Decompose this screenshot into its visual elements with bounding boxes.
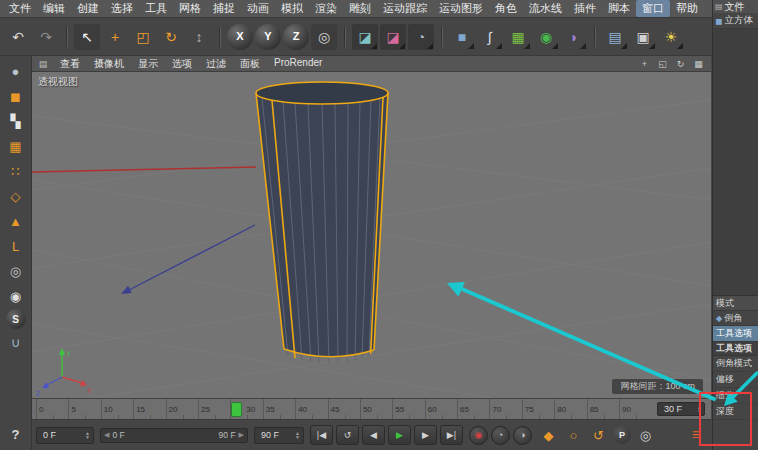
- goto-start-button[interactable]: |◀: [310, 425, 333, 445]
- y-axis-lock-button[interactable]: Y: [255, 24, 281, 50]
- menubar-item[interactable]: 渲染: [309, 0, 343, 17]
- am-param-row[interactable]: 深度: [713, 404, 758, 420]
- menubar-item[interactable]: 插件: [568, 0, 602, 17]
- x-axis-lock-button[interactable]: X: [227, 24, 253, 50]
- redo-icon[interactable]: ↷: [33, 24, 59, 50]
- menubar-item[interactable]: 流水线: [523, 0, 568, 17]
- spinner-down-icon[interactable]: ▼: [697, 409, 702, 413]
- timeline-tick[interactable]: 80: [554, 399, 586, 419]
- timeline-tick[interactable]: 90: [619, 399, 651, 419]
- rotate-tool-icon[interactable]: ↻: [158, 24, 184, 50]
- goto-end-button[interactable]: ▶|: [440, 425, 463, 445]
- scale-tool-icon[interactable]: ◰: [130, 24, 156, 50]
- polygons-mode-icon[interactable]: ▲: [2, 209, 30, 233]
- timeline-tick[interactable]: 60: [425, 399, 457, 419]
- add-deformer-button[interactable]: ◗: [561, 24, 587, 50]
- preview-range-slider[interactable]: ◀ 0 F 90 F ▶: [100, 428, 248, 443]
- am-param-row[interactable]: 偏移: [713, 372, 758, 388]
- menubar-item[interactable]: 文件: [3, 0, 37, 17]
- record-position-icon[interactable]: ◆: [538, 425, 559, 445]
- timeline-ruler[interactable]: 0 5 10 15 20 25 30: [32, 398, 711, 420]
- cylinder-object[interactable]: [256, 82, 388, 363]
- start-frame-field[interactable]: 0 F ▲▼: [36, 427, 94, 444]
- record-parameter-icon[interactable]: P: [613, 426, 631, 444]
- rotate-view-icon[interactable]: ↻: [674, 59, 687, 69]
- am-mode-menu[interactable]: 模式: [713, 296, 758, 311]
- model-mode-icon[interactable]: ◼: [2, 84, 30, 108]
- play-button[interactable]: ▶: [388, 425, 411, 445]
- autokey-toggle-button[interactable]: ◔: [491, 426, 510, 445]
- timeline-tick[interactable]: 0: [36, 399, 68, 419]
- menubar-item[interactable]: 运动跟踪: [377, 0, 433, 17]
- am-param-row[interactable]: 倒角模式: [713, 356, 758, 372]
- timeline-tick[interactable]: 50: [360, 399, 392, 419]
- points-mode-icon[interactable]: ∷: [2, 159, 30, 183]
- next-frame-button[interactable]: ▶: [414, 425, 437, 445]
- timeline-tick[interactable]: 70: [489, 399, 521, 419]
- layer-stack-icon[interactable]: ≡: [686, 425, 707, 445]
- right-file-menu[interactable]: 文件: [725, 0, 745, 14]
- render-view-button[interactable]: ◪: [352, 24, 378, 50]
- timeline-tick[interactable]: 25: [198, 399, 230, 419]
- toggle-view-icon[interactable]: ▦: [692, 59, 705, 69]
- timeline-tick[interactable]: 45: [328, 399, 360, 419]
- timeline-tick[interactable]: 75: [522, 399, 554, 419]
- texture-mode-icon[interactable]: ▚: [2, 109, 30, 133]
- object-list-item[interactable]: ◼ 立方体: [713, 13, 758, 29]
- menubar-item[interactable]: 网格: [173, 0, 207, 17]
- viewport-menu-item[interactable]: 面板: [233, 57, 267, 71]
- am-tab-tool-options[interactable]: 工具选项: [713, 326, 758, 342]
- menubar-item[interactable]: 窗口: [636, 0, 670, 17]
- add-generator-button[interactable]: ◉: [533, 24, 559, 50]
- object-manager[interactable]: [713, 29, 758, 295]
- add-spline-button[interactable]: ∫: [477, 24, 503, 50]
- record-scale-icon[interactable]: ○: [563, 425, 584, 445]
- workplane-mode-icon[interactable]: ▦: [2, 134, 30, 158]
- mouse-input-icon[interactable]: ◉: [2, 284, 30, 308]
- convert-object-icon[interactable]: ●: [2, 59, 30, 83]
- recent-tool-dropdown[interactable]: ↕: [186, 24, 212, 50]
- viewport-menu-item[interactable]: 摄像机: [87, 57, 131, 71]
- timeline-tick[interactable]: 30: [230, 399, 262, 419]
- render-picture-viewer-button[interactable]: ◪: [380, 24, 406, 50]
- timeline-tick[interactable]: 35: [263, 399, 295, 419]
- previous-frame-button[interactable]: ◀: [362, 425, 385, 445]
- timeline-tick[interactable]: 85: [587, 399, 619, 419]
- undo-icon[interactable]: ↶: [5, 24, 31, 50]
- add-cube-button[interactable]: ■: [449, 24, 475, 50]
- menubar-item[interactable]: 创建: [71, 0, 105, 17]
- pan-view-icon[interactable]: +: [638, 59, 651, 69]
- record-pla-icon[interactable]: ◎: [635, 425, 656, 445]
- viewport-canvas[interactable]: Y X Z: [32, 72, 711, 398]
- viewport[interactable]: Y X Z 透视视图 网格间距：100 cm: [32, 72, 711, 398]
- z-axis-lock-button[interactable]: Z: [283, 24, 309, 50]
- menubar-item[interactable]: 工具: [139, 0, 173, 17]
- object-axis-mode-icon[interactable]: L: [2, 234, 30, 258]
- add-camera-button[interactable]: ▣: [630, 24, 656, 50]
- viewport-menu-item[interactable]: 选项: [165, 57, 199, 71]
- range-left-arrow-icon[interactable]: ◀: [104, 431, 109, 439]
- menubar-item[interactable]: 模拟: [275, 0, 309, 17]
- play-loop-button[interactable]: ↺: [336, 425, 359, 445]
- timeline-tick[interactable]: 20: [166, 399, 198, 419]
- timeline-tick[interactable]: 10: [101, 399, 133, 419]
- record-active-objects-button[interactable]: ◉: [469, 426, 488, 445]
- edges-mode-icon[interactable]: ◇: [2, 184, 30, 208]
- timeline-tick[interactable]: 65: [457, 399, 489, 419]
- solo-mode-icon[interactable]: S: [6, 309, 26, 329]
- end-frame-field[interactable]: 90 F ▲▼: [254, 427, 304, 444]
- timeline-tick[interactable]: 40: [295, 399, 327, 419]
- menubar-item[interactable]: 编辑: [37, 0, 71, 17]
- menubar-item[interactable]: 角色: [489, 0, 523, 17]
- timeline-tick[interactable]: 15: [133, 399, 165, 419]
- range-right-arrow-icon[interactable]: ▶: [239, 431, 244, 439]
- viewport-menu-item[interactable]: ProRender: [267, 57, 329, 71]
- zoom-view-icon[interactable]: ◱: [656, 59, 669, 69]
- menubar-item[interactable]: 选择: [105, 0, 139, 17]
- live-selection-icon[interactable]: ↖: [74, 24, 100, 50]
- menubar-item[interactable]: 捕捉: [207, 0, 241, 17]
- spinner-down-icon[interactable]: ▼: [295, 435, 300, 439]
- add-environment-button[interactable]: ▤: [602, 24, 628, 50]
- viewport-menu-item[interactable]: 显示: [131, 57, 165, 71]
- move-tool-icon[interactable]: +: [102, 24, 128, 50]
